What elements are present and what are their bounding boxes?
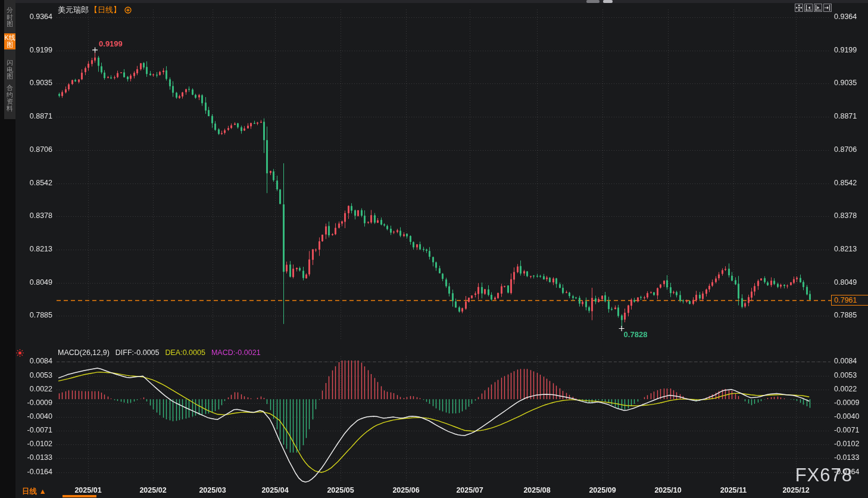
- x-axis-month-label: 2025/05: [323, 486, 358, 494]
- window-artifact: [586, 0, 600, 3]
- window-top-strip: [0, 0, 868, 3]
- sidebar-item-contract-info[interactable]: 合约资料: [4, 83, 15, 113]
- price-axis-right-tick: 0.8706: [834, 145, 857, 154]
- macd-legend: MACD(26,12,9) DIFF:-0.0005 DEA:0.0005 MA…: [58, 348, 261, 357]
- period-tag: 【日线】: [90, 5, 121, 15]
- price-axis-right-tick: 0.9364: [834, 13, 857, 21]
- symbol-name: 美元瑞郎: [58, 5, 89, 15]
- price-axis-right-tick: 0.9035: [834, 79, 857, 87]
- macd-axis-right-tick: 0.0053: [834, 371, 857, 379]
- period-selector[interactable]: 日线 ▲: [22, 487, 46, 497]
- sidebar: 分时图 K线图 闪电图 合约资料: [0, 0, 15, 498]
- x-axis-month-label: 2025/01: [70, 486, 106, 494]
- price-axis-right-tick: 0.8378: [834, 211, 857, 220]
- x-axis-month-label: 2025/07: [452, 486, 488, 494]
- x-axis-month-label: 2025/04: [257, 486, 293, 494]
- high-price-annotation: 0.9199: [99, 39, 123, 48]
- macd-axis-right-tick: -0.0071: [834, 426, 859, 434]
- last-price-badge: 0.7961: [831, 295, 868, 306]
- chart-window: 分时图 K线图 闪电图 合约资料 美元瑞郎 【日线】 0.93640.91990…: [0, 0, 868, 498]
- scroll-to-latest-icon[interactable]: [823, 4, 832, 12]
- add-indicator-icon[interactable]: [124, 7, 132, 14]
- period-label: 日线: [22, 487, 37, 496]
- period-arrow-icon: ▲: [39, 487, 46, 496]
- macd-params-label: MACD(26,12,9): [58, 348, 110, 357]
- candlestick-macd-chart[interactable]: [0, 0, 868, 498]
- macd-axis-right-tick: 0.0084: [834, 357, 857, 365]
- macd-diff-value: DIFF:-0.0005: [115, 348, 160, 357]
- x-axis-month-label: 2025/02: [135, 486, 171, 494]
- macd-axis-right-tick: 0.0022: [834, 385, 857, 393]
- macd-dea-value: DEA:0.0005: [165, 348, 205, 357]
- x-axis-month-label: 2025/09: [585, 486, 620, 494]
- macd-hist-value: MACD:-0.0021: [211, 348, 261, 357]
- sidebar-item-kline-chart[interactable]: K线图: [4, 33, 15, 49]
- low-price-annotation: 0.7828: [624, 330, 648, 339]
- indicator-alert-icon[interactable]: [15, 348, 24, 360]
- time-scrollbar-thumb[interactable]: [63, 495, 96, 497]
- watermark: FX678: [795, 465, 853, 486]
- macd-axis-right-tick: -0.0040: [834, 412, 859, 421]
- price-axis-right-tick: 0.8871: [834, 112, 857, 120]
- chart-toolbar: [795, 4, 832, 12]
- price-axis-right-tick: 0.8049: [834, 278, 857, 287]
- chart-title: 美元瑞郎 【日线】: [58, 5, 132, 15]
- x-axis-month-label: 2025/08: [519, 486, 555, 494]
- macd-axis-right-tick: -0.0009: [834, 399, 859, 407]
- auto-scale-icon[interactable]: [814, 4, 822, 12]
- pan-cross-icon[interactable]: [795, 4, 803, 12]
- price-axis-right-tick: 0.8213: [834, 245, 857, 253]
- x-axis-month-label: 2025/03: [195, 486, 230, 494]
- macd-axis-right-tick: -0.0102: [834, 440, 859, 448]
- fit-y-axis-icon[interactable]: [804, 4, 813, 12]
- price-axis-right-tick: 0.9199: [834, 46, 857, 54]
- sidebar-item-timeshare-chart[interactable]: 分时图: [4, 6, 15, 29]
- price-axis-right-tick: 0.8542: [834, 179, 857, 187]
- window-artifact: [603, 0, 613, 3]
- x-axis-month-label: 2025/12: [778, 486, 814, 494]
- price-axis-right-tick: 0.7885: [834, 311, 857, 319]
- sidebar-tab-column: 分时图 K线图 闪电图 合约资料: [4, 0, 15, 119]
- macd-axis-right-tick: -0.0133: [834, 453, 859, 462]
- x-axis-month-label: 2025/10: [650, 486, 686, 494]
- x-axis-month-label: 2025/06: [388, 486, 424, 494]
- x-axis-month-label: 2025/11: [716, 486, 751, 494]
- sidebar-item-lightning-chart[interactable]: 闪电图: [4, 58, 15, 82]
